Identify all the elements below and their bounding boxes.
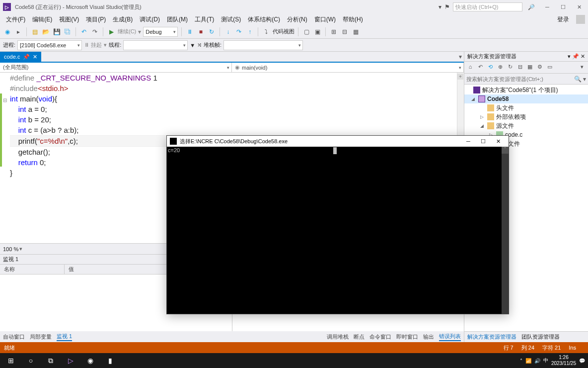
redo-icon[interactable]: ↷ (90, 27, 99, 36)
console-close-button[interactable]: ✕ (491, 138, 506, 145)
tree-folder-external[interactable]: ▷ 外部依赖项 (464, 112, 588, 121)
split-icon[interactable]: ÷ (457, 74, 463, 80)
tray-wifi-icon[interactable]: 📶 (525, 358, 531, 364)
menu-edit[interactable]: 编辑(E) (29, 14, 55, 25)
menu-tools[interactable]: 工具(T) (192, 14, 217, 25)
menu-file[interactable]: 文件(F) (3, 14, 28, 25)
misc1-icon[interactable]: ⊞ (329, 27, 338, 36)
tab-callstack[interactable]: 调用堆栈 (327, 333, 349, 341)
sp-pin-icon[interactable]: 📌 (572, 53, 579, 59)
sp-tab-team[interactable]: 团队资源管理器 (521, 333, 560, 341)
menu-project[interactable]: 项目(P) (83, 14, 109, 25)
thread-icon[interactable]: ⤭ (197, 42, 202, 48)
properties-icon[interactable]: ⚙ (536, 64, 544, 72)
tab-command[interactable]: 命令窗口 (369, 333, 391, 341)
continue-icon[interactable]: ▶ (107, 27, 116, 36)
nav-fwd-icon[interactable]: ▸ (14, 27, 23, 36)
taskbar-vs-icon[interactable]: ▷ (61, 353, 80, 368)
sp-search-input[interactable] (466, 76, 574, 82)
tree-folder-headers[interactable]: 头文件 (464, 103, 588, 112)
flag-icon[interactable]: ⚑ (444, 3, 450, 10)
sp-search[interactable]: 🔍 ▾ (464, 74, 588, 85)
stackframe-combo[interactable] (223, 40, 303, 50)
console-maximize-button[interactable]: ☐ (476, 138, 491, 145)
config-combo[interactable]: Debug (143, 27, 178, 37)
user-icon[interactable] (576, 15, 585, 24)
comment-icon[interactable]: ▢ (302, 27, 311, 36)
login-link[interactable]: 登录 (554, 14, 572, 25)
sp-dropdown-icon[interactable]: ▾ (568, 53, 571, 59)
restart-icon[interactable]: ↻ (207, 27, 216, 36)
save-icon[interactable]: 💾 (52, 27, 61, 36)
menu-build[interactable]: 生成(B) (110, 14, 136, 25)
scope-combo[interactable]: (全局范围) (0, 63, 232, 72)
undo-icon[interactable]: ↶ (79, 27, 88, 36)
sp-tab-solution[interactable]: 解决方案资源管理器 (467, 333, 516, 341)
tray-sound-icon[interactable]: 🔊 (534, 358, 540, 364)
sp-more-icon[interactable]: ▾ (578, 64, 586, 72)
function-combo[interactable]: ◉main(void) (232, 63, 464, 72)
watch-col-name[interactable]: 名称 (0, 265, 65, 274)
back-icon[interactable]: ↶ (476, 64, 484, 72)
tray-up-icon[interactable]: ˄ (520, 358, 522, 364)
tab-code-c[interactable]: code.c 📌 ✕ (0, 52, 41, 62)
taskbar-console-icon[interactable]: ▮ (100, 353, 120, 368)
uncomment-icon[interactable]: ▣ (313, 27, 322, 36)
stop-icon[interactable]: ■ (196, 27, 205, 36)
nav-back-icon[interactable]: ◉ (3, 27, 12, 36)
tab-output[interactable]: 输出 (423, 333, 434, 341)
help-icon[interactable]: 🔎 (525, 4, 537, 10)
collapse-icon[interactable]: ⊟ (516, 64, 524, 72)
tree-project[interactable]: ◢ Code58 (464, 94, 588, 103)
pin-icon[interactable]: 📌 (23, 54, 30, 60)
notification-icon[interactable]: ▾ (439, 3, 441, 10)
suspend-icon[interactable]: ⏸ 挂起 (84, 41, 102, 49)
menu-view[interactable]: 视图(V) (56, 14, 82, 25)
pause-icon[interactable]: ⏸ (185, 27, 194, 36)
cursor-icon[interactable]: ⤵ (262, 27, 271, 36)
stepover-icon[interactable]: ↷ (234, 27, 243, 36)
preview-icon[interactable]: ▭ (546, 64, 554, 72)
zoom-combo[interactable]: 100 % (3, 246, 18, 252)
sp-close-icon[interactable]: ✕ (581, 53, 585, 59)
console-window[interactable]: 选择E:\NCRE C\Code58\Debug\Code58.exe ─ ☐ … (166, 135, 509, 314)
menu-debug[interactable]: 调试(D) (137, 14, 163, 25)
cortana-icon[interactable]: ○ (21, 353, 41, 368)
taskbar-chrome-icon[interactable]: ◉ (80, 353, 100, 368)
taskview-icon[interactable]: ⧉ (41, 353, 61, 368)
process-combo[interactable]: [2108] Code58.exe (17, 40, 82, 50)
minimize-button[interactable]: ─ (541, 4, 553, 10)
continue-label[interactable]: 继续(C) (118, 28, 136, 35)
tab-errorlist[interactable]: 错误列表 (439, 333, 461, 341)
home-icon[interactable]: ⌂ (466, 64, 474, 72)
tab-watch1[interactable]: 监视 1 (57, 333, 72, 341)
saveall-icon[interactable]: ⿻ (63, 27, 72, 36)
close-button[interactable]: ✕ (573, 4, 585, 10)
console-titlebar[interactable]: 选择E:\NCRE C\Code58\Debug\Code58.exe ─ ☐ … (167, 136, 509, 147)
misc2-icon[interactable]: ⊟ (340, 27, 349, 36)
start-button[interactable]: ⊞ (1, 353, 21, 368)
menu-test[interactable]: 测试(S) (218, 14, 244, 25)
quick-launch-input[interactable]: 快速启动 (Ctrl+Q) (453, 2, 522, 11)
showall-icon[interactable]: ▦ (526, 64, 534, 72)
menu-arch[interactable]: 体系结构(C) (245, 14, 283, 25)
console-output[interactable]: c=20 ˄ (167, 147, 509, 314)
tab-autos[interactable]: 自动窗口 (3, 333, 25, 341)
maximize-button[interactable]: ☐ (557, 4, 569, 10)
sync-icon[interactable]: ⊕ (496, 64, 504, 72)
menu-help[interactable]: 帮助(H) (340, 14, 366, 25)
menu-analyze[interactable]: 分析(N) (284, 14, 310, 25)
tab-dropdown-icon[interactable]: ▾ (457, 52, 464, 62)
console-scrollbar[interactable]: ˄ (502, 147, 509, 314)
filter-icon[interactable]: ▼ (190, 42, 195, 48)
tab-breakpoints[interactable]: 断点 (354, 333, 365, 341)
refresh-icon[interactable]: ↻ (506, 64, 514, 72)
menu-team[interactable]: 团队(M) (164, 14, 191, 25)
new-icon[interactable]: ▤ (30, 27, 39, 36)
tab-locals[interactable]: 局部变量 (30, 333, 52, 341)
tray-ime[interactable]: 中 (543, 357, 548, 364)
tab-close-icon[interactable]: ✕ (33, 54, 37, 60)
tab-immediate[interactable]: 即时窗口 (396, 333, 418, 341)
open-icon[interactable]: 📂 (41, 27, 50, 36)
console-minimize-button[interactable]: ─ (461, 138, 476, 144)
